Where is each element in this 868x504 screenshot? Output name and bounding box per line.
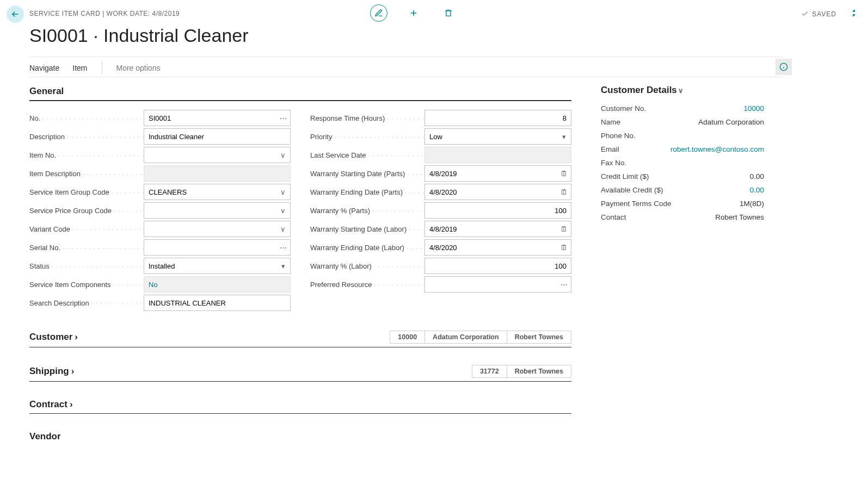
input-last-service-date (424, 147, 571, 163)
summary-badge: Robert Townes (507, 331, 571, 344)
new-button[interactable] (405, 4, 422, 22)
label-service-item-group: Service Item Group Code (29, 188, 144, 196)
link-service-item-components[interactable]: No (144, 276, 291, 293)
link-email[interactable]: robert.townes@contoso.com (670, 145, 764, 153)
label-customer-no: Customer No. (601, 104, 646, 113)
label-warranty-start-parts: Warranty Starting Date (Parts) (310, 170, 424, 178)
input-warranty-end-labor[interactable]: 🗓 (424, 239, 571, 256)
calendar-icon[interactable]: 🗓 (557, 184, 571, 200)
value-contact: Robert Townes (715, 213, 764, 221)
summary-badge: Robert Townes (507, 365, 571, 378)
input-search-description[interactable] (144, 295, 291, 311)
input-description[interactable] (144, 128, 291, 145)
label-service-price-group: Service Price Group Code (29, 207, 144, 215)
arrow-left-icon (10, 9, 20, 19)
input-item-no[interactable]: ∨ (144, 147, 291, 163)
menu-navigate[interactable]: Navigate (29, 64, 59, 72)
label-phone: Phone No. (601, 132, 636, 140)
input-preferred-resource[interactable]: ⋯ (424, 276, 571, 293)
input-warranty-pct-labor[interactable] (424, 258, 571, 274)
section-customer[interactable]: Customer› 10000 Adatum Corporation Rober… (29, 326, 571, 347)
input-no[interactable]: ⋯ (144, 110, 291, 126)
label-preferred-resource: Preferred Resource (310, 281, 424, 289)
menu-more-options[interactable]: More options (116, 64, 161, 72)
input-warranty-end-parts[interactable]: 🗓 (424, 184, 571, 200)
link-available-credit[interactable]: 0.00 (750, 186, 764, 194)
factbox-customer-details-header[interactable]: Customer Details∨ (601, 85, 764, 96)
input-variant-code[interactable]: ∨ (144, 221, 291, 237)
label-last-service-date: Last Service Date (310, 151, 424, 159)
caret-down-icon[interactable]: ▾ (557, 129, 571, 144)
label-item-no: Item No. (29, 151, 144, 159)
chevron-down-icon[interactable]: ∨ (276, 203, 290, 218)
label-fax: Fax No. (601, 159, 626, 167)
breadcrumb: SERVICE ITEM CARD | WORK DATE: 4/8/2019 (29, 10, 180, 17)
calendar-icon[interactable]: 🗓 (557, 240, 571, 255)
chevron-down-icon[interactable]: ∨ (276, 147, 290, 163)
calendar-icon[interactable]: 🗓 (557, 166, 571, 181)
label-description: Description (29, 133, 144, 141)
value-payment-terms: 1M(8D) (740, 200, 764, 208)
chevron-down-icon[interactable]: ∨ (276, 184, 290, 200)
input-warranty-pct-parts[interactable] (424, 202, 571, 219)
label-available-credit: Available Credit ($) (601, 186, 663, 194)
page-title: SI0001 · Industrial Cleaner (29, 25, 249, 46)
label-variant-code: Variant Code (29, 225, 144, 233)
section-shipping[interactable]: Shipping› 31772 Robert Townes (29, 360, 571, 382)
menu-item[interactable]: Item (72, 64, 87, 72)
select-priority[interactable]: ▾ (424, 128, 571, 145)
collapse-factbox-button[interactable] (849, 9, 858, 19)
label-status: Status (29, 262, 144, 270)
input-response-time[interactable] (424, 110, 571, 126)
label-priority: Priority (310, 133, 424, 141)
label-serial-no: Serial No. (29, 244, 144, 252)
input-service-price-group[interactable]: ∨ (144, 202, 291, 219)
section-contract[interactable]: Contract› (29, 395, 571, 414)
saved-indicator: SAVED (801, 10, 836, 18)
label-warranty-end-parts: Warranty Ending Date (Parts) (310, 188, 424, 196)
link-customer-no[interactable]: 10000 (743, 104, 764, 113)
label-item-description: Item Description (29, 170, 144, 178)
display-item-description (144, 165, 291, 182)
select-status[interactable]: ▾ (144, 258, 291, 274)
info-icon (779, 63, 788, 71)
chevron-down-icon[interactable]: ∨ (276, 221, 290, 237)
label-name: Name (601, 118, 620, 126)
label-warranty-pct-labor: Warranty % (Labor) (310, 262, 424, 270)
trash-icon (444, 9, 453, 17)
back-button[interactable] (7, 5, 24, 23)
collapse-icon (849, 9, 858, 17)
label-warranty-start-labor: Warranty Starting Date (Labor) (310, 225, 424, 233)
label-search-description: Search Description (29, 299, 144, 307)
ellipsis-icon[interactable]: ⋯ (557, 277, 571, 292)
calendar-icon[interactable]: 🗓 (557, 221, 571, 237)
label-email: Email (601, 145, 619, 153)
divider (29, 77, 783, 77)
section-vendor[interactable]: Vendor (29, 427, 571, 445)
info-pane-toggle[interactable] (775, 59, 792, 75)
input-warranty-start-parts[interactable]: 🗓 (424, 165, 571, 182)
label-response-time: Response Time (Hours) (310, 114, 424, 122)
edit-button[interactable] (370, 4, 387, 22)
delete-button[interactable] (440, 4, 457, 22)
ellipsis-icon[interactable]: ⋯ (276, 110, 290, 126)
caret-down-icon[interactable]: ▾ (276, 258, 290, 273)
pencil-icon (374, 9, 383, 17)
label-no: No. (29, 114, 144, 122)
ellipsis-icon[interactable]: ⋯ (276, 240, 290, 255)
chevron-right-icon: › (71, 366, 75, 377)
chevron-right-icon: › (70, 399, 73, 410)
chevron-down-icon: ∨ (678, 86, 684, 95)
input-service-item-group[interactable]: ∨ (144, 184, 291, 200)
label-warranty-pct-parts: Warranty % (Parts) (310, 207, 424, 215)
input-warranty-start-labor[interactable]: 🗓 (424, 221, 571, 237)
input-serial-no[interactable]: ⋯ (144, 239, 291, 256)
divider (29, 57, 783, 57)
label-credit-limit: Credit Limit ($) (601, 172, 649, 181)
menu-divider (102, 62, 102, 74)
chevron-right-icon: › (75, 332, 78, 343)
summary-badge: 31772 (472, 365, 507, 378)
plus-icon (409, 8, 418, 18)
value-name: Adatum Corporation (698, 118, 764, 126)
section-general[interactable]: General (29, 82, 571, 101)
